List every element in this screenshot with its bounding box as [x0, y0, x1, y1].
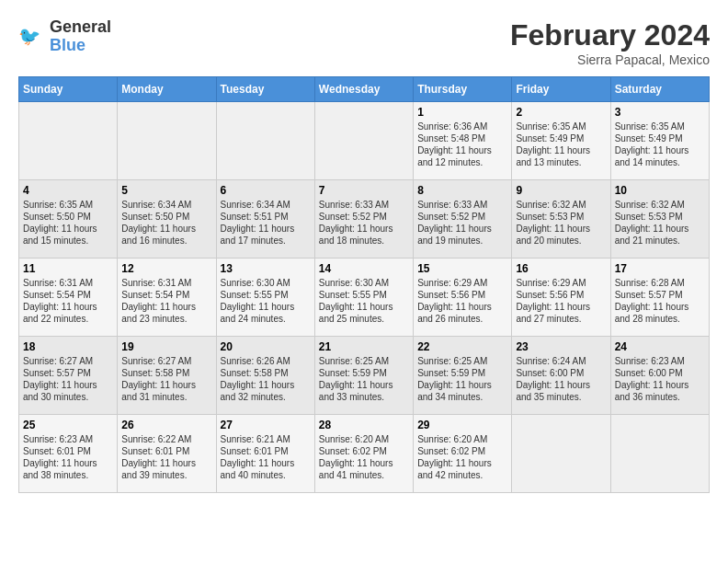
calendar-cell: [19, 102, 118, 180]
day-info: Sunrise: 6:32 AM Sunset: 5:53 PM Dayligh…: [615, 199, 705, 247]
day-number: 24: [615, 340, 705, 353]
day-info: Sunrise: 6:35 AM Sunset: 5:49 PM Dayligh…: [516, 121, 606, 168]
calendar-cell: 18Sunrise: 6:27 AM Sunset: 5:57 PM Dayli…: [19, 337, 118, 415]
day-number: 27: [221, 419, 311, 431]
day-info: Sunrise: 6:20 AM Sunset: 6:02 PM Dayligh…: [319, 433, 409, 481]
day-number: 12: [121, 262, 211, 275]
day-number: 13: [221, 262, 311, 275]
calendar-week-row: 4Sunrise: 6:35 AM Sunset: 5:50 PM Daylig…: [19, 180, 710, 259]
page-header: 🐦 General Blue February 2024 Sierra Papa…: [18, 18, 710, 67]
day-info: Sunrise: 6:33 AM Sunset: 5:52 PM Dayligh…: [319, 199, 409, 247]
day-number: 3: [615, 106, 705, 119]
day-number: 17: [615, 262, 705, 275]
logo: 🐦 General Blue: [18, 18, 111, 55]
day-info: Sunrise: 6:27 AM Sunset: 5:58 PM Dayligh…: [121, 355, 211, 403]
day-of-week-header: Saturday: [610, 77, 709, 102]
day-number: 2: [516, 106, 606, 119]
calendar-cell: 4Sunrise: 6:35 AM Sunset: 5:50 PM Daylig…: [19, 180, 118, 259]
day-number: 28: [319, 419, 409, 431]
day-info: Sunrise: 6:30 AM Sunset: 5:55 PM Dayligh…: [319, 277, 409, 325]
calendar-cell: 28Sunrise: 6:20 AM Sunset: 6:02 PM Dayli…: [314, 415, 413, 493]
title-area: February 2024 Sierra Papacal, Mexico: [510, 18, 710, 67]
calendar-cell: 26Sunrise: 6:22 AM Sunset: 6:01 PM Dayli…: [118, 415, 216, 493]
calendar-cell: 29Sunrise: 6:20 AM Sunset: 6:02 PM Dayli…: [414, 415, 512, 493]
day-info: Sunrise: 6:33 AM Sunset: 5:52 PM Dayligh…: [417, 199, 507, 247]
day-of-week-header: Wednesday: [314, 77, 413, 102]
day-number: 1: [417, 106, 507, 119]
calendar-cell: 2Sunrise: 6:35 AM Sunset: 5:49 PM Daylig…: [512, 102, 610, 180]
day-info: Sunrise: 6:31 AM Sunset: 5:54 PM Dayligh…: [121, 277, 211, 325]
day-info: Sunrise: 6:29 AM Sunset: 5:56 PM Dayligh…: [516, 277, 606, 325]
calendar-week-row: 18Sunrise: 6:27 AM Sunset: 5:57 PM Dayli…: [19, 337, 710, 415]
calendar-cell: [610, 415, 709, 493]
day-info: Sunrise: 6:35 AM Sunset: 5:49 PM Dayligh…: [615, 121, 705, 168]
day-number: 4: [23, 184, 113, 197]
calendar-cell: 12Sunrise: 6:31 AM Sunset: 5:54 PM Dayli…: [118, 259, 216, 337]
calendar-cell: 5Sunrise: 6:34 AM Sunset: 5:50 PM Daylig…: [118, 180, 216, 259]
day-info: Sunrise: 6:31 AM Sunset: 5:54 PM Dayligh…: [23, 277, 113, 325]
day-number: 18: [23, 340, 113, 353]
day-number: 14: [319, 262, 409, 275]
calendar-week-row: 1Sunrise: 6:36 AM Sunset: 5:48 PM Daylig…: [19, 102, 710, 180]
calendar-cell: 8Sunrise: 6:33 AM Sunset: 5:52 PM Daylig…: [414, 180, 512, 259]
calendar-cell: [216, 102, 314, 180]
calendar-cell: 11Sunrise: 6:31 AM Sunset: 5:54 PM Dayli…: [19, 259, 118, 337]
day-number: 9: [516, 184, 606, 197]
day-number: 11: [23, 262, 113, 275]
day-info: Sunrise: 6:21 AM Sunset: 6:01 PM Dayligh…: [221, 433, 311, 481]
day-info: Sunrise: 6:34 AM Sunset: 5:51 PM Dayligh…: [221, 199, 311, 247]
day-number: 20: [221, 340, 311, 353]
day-info: Sunrise: 6:34 AM Sunset: 5:50 PM Dayligh…: [121, 199, 211, 247]
day-info: Sunrise: 6:23 AM Sunset: 6:01 PM Dayligh…: [23, 433, 113, 481]
logo-icon: 🐦: [18, 23, 46, 51]
calendar-cell: [512, 415, 610, 493]
calendar-cell: 21Sunrise: 6:25 AM Sunset: 5:59 PM Dayli…: [314, 337, 413, 415]
day-number: 23: [516, 340, 606, 353]
calendar-table: SundayMondayTuesdayWednesdayThursdayFrid…: [18, 76, 710, 493]
day-number: 22: [417, 340, 507, 353]
calendar-cell: 23Sunrise: 6:24 AM Sunset: 6:00 PM Dayli…: [512, 337, 610, 415]
day-number: 15: [417, 262, 507, 275]
day-info: Sunrise: 6:32 AM Sunset: 5:53 PM Dayligh…: [516, 199, 606, 247]
calendar-cell: 3Sunrise: 6:35 AM Sunset: 5:49 PM Daylig…: [610, 102, 709, 180]
day-number: 25: [23, 419, 113, 431]
calendar-cell: 19Sunrise: 6:27 AM Sunset: 5:58 PM Dayli…: [118, 337, 216, 415]
day-number: 21: [319, 340, 409, 353]
day-of-week-header: Monday: [118, 77, 216, 102]
day-info: Sunrise: 6:25 AM Sunset: 5:59 PM Dayligh…: [417, 355, 507, 403]
day-info: Sunrise: 6:23 AM Sunset: 6:00 PM Dayligh…: [615, 355, 705, 403]
day-info: Sunrise: 6:36 AM Sunset: 5:48 PM Dayligh…: [417, 121, 507, 168]
day-info: Sunrise: 6:28 AM Sunset: 5:57 PM Dayligh…: [615, 277, 705, 325]
month-title: February 2024: [510, 18, 710, 52]
day-info: Sunrise: 6:22 AM Sunset: 6:01 PM Dayligh…: [121, 433, 211, 481]
calendar-cell: 6Sunrise: 6:34 AM Sunset: 5:51 PM Daylig…: [216, 180, 314, 259]
day-number: 6: [221, 184, 311, 197]
logo-text: General Blue: [50, 18, 111, 55]
day-info: Sunrise: 6:29 AM Sunset: 5:56 PM Dayligh…: [417, 277, 507, 325]
calendar-cell: 9Sunrise: 6:32 AM Sunset: 5:53 PM Daylig…: [512, 180, 610, 259]
day-info: Sunrise: 6:27 AM Sunset: 5:57 PM Dayligh…: [23, 355, 113, 403]
day-number: 10: [615, 184, 705, 197]
day-info: Sunrise: 6:20 AM Sunset: 6:02 PM Dayligh…: [417, 433, 507, 481]
day-info: Sunrise: 6:25 AM Sunset: 5:59 PM Dayligh…: [319, 355, 409, 403]
calendar-cell: 7Sunrise: 6:33 AM Sunset: 5:52 PM Daylig…: [314, 180, 413, 259]
day-of-week-header: Tuesday: [216, 77, 314, 102]
day-of-week-header: Friday: [512, 77, 610, 102]
calendar-week-row: 25Sunrise: 6:23 AM Sunset: 6:01 PM Dayli…: [19, 415, 710, 493]
calendar-cell: 1Sunrise: 6:36 AM Sunset: 5:48 PM Daylig…: [414, 102, 512, 180]
calendar-header-row: SundayMondayTuesdayWednesdayThursdayFrid…: [19, 77, 710, 102]
calendar-cell: 15Sunrise: 6:29 AM Sunset: 5:56 PM Dayli…: [414, 259, 512, 337]
location-subtitle: Sierra Papacal, Mexico: [510, 52, 710, 67]
calendar-cell: 10Sunrise: 6:32 AM Sunset: 5:53 PM Dayli…: [610, 180, 709, 259]
day-number: 16: [516, 262, 606, 275]
svg-text:🐦: 🐦: [18, 25, 41, 47]
calendar-cell: [314, 102, 413, 180]
calendar-cell: 14Sunrise: 6:30 AM Sunset: 5:55 PM Dayli…: [314, 259, 413, 337]
day-number: 26: [121, 419, 211, 431]
day-of-week-header: Thursday: [414, 77, 512, 102]
day-info: Sunrise: 6:24 AM Sunset: 6:00 PM Dayligh…: [516, 355, 606, 403]
calendar-week-row: 11Sunrise: 6:31 AM Sunset: 5:54 PM Dayli…: [19, 259, 710, 337]
day-number: 19: [121, 340, 211, 353]
day-of-week-header: Sunday: [19, 77, 118, 102]
calendar-cell: 20Sunrise: 6:26 AM Sunset: 5:58 PM Dayli…: [216, 337, 314, 415]
